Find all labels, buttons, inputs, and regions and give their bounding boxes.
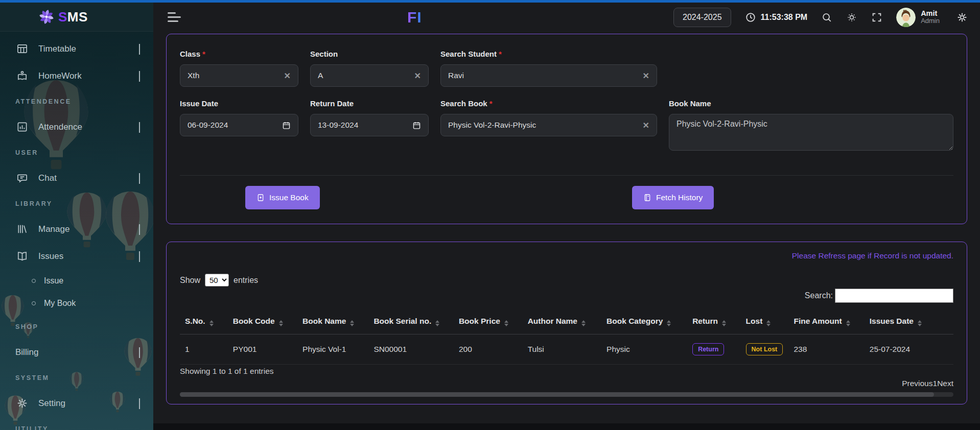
- next-page-button[interactable]: Next: [937, 379, 953, 388]
- menu-toggle-icon[interactable]: [168, 12, 181, 22]
- return-date-input[interactable]: [310, 114, 429, 136]
- calendar-icon[interactable]: [412, 121, 421, 130]
- issue-book-button[interactable]: Issue Book: [245, 186, 320, 209]
- sort-icon: [209, 320, 214, 326]
- sidebar-item-attendence[interactable]: Attendence: [0, 113, 153, 140]
- return-date-input-field[interactable]: [318, 121, 408, 130]
- brightness-icon[interactable]: [846, 12, 857, 23]
- cell-book-code: PY001: [228, 335, 297, 365]
- book-name-textarea[interactable]: Physic Vol-2-Ravi-Physic: [669, 114, 953, 151]
- avatar: [896, 8, 916, 27]
- search-book-label: Search Book*: [440, 99, 657, 108]
- settings-gear-icon[interactable]: [956, 12, 968, 23]
- sidebar-item-setting[interactable]: Setting: [0, 390, 153, 417]
- library-shelf-icon: [15, 223, 29, 235]
- sidebar-item-label: Manage: [38, 224, 69, 234]
- col-issues-date[interactable]: Issues Date: [865, 309, 953, 335]
- section-input-field[interactable]: [318, 71, 410, 80]
- cell-fine: 238: [788, 335, 864, 365]
- user-name: Amit: [921, 9, 940, 18]
- sidebar-item-label: Setting: [38, 398, 65, 409]
- fullscreen-icon[interactable]: [871, 12, 882, 23]
- clear-icon[interactable]: ✕: [284, 71, 291, 81]
- clear-icon[interactable]: ✕: [414, 71, 421, 81]
- chevron-right-icon: [139, 173, 140, 183]
- class-input-field[interactable]: [188, 71, 280, 80]
- search-icon[interactable]: [821, 12, 832, 23]
- field-issue-date: Issue Date: [180, 99, 298, 153]
- sidebar-item-chat[interactable]: Chat: [0, 164, 153, 192]
- col-lost[interactable]: Lost: [741, 309, 789, 335]
- sidebar-item-issues[interactable]: Issues: [0, 243, 153, 270]
- col-book-name[interactable]: Book Name: [297, 309, 368, 335]
- grid-icon: [15, 43, 29, 55]
- required-asterisk: *: [499, 50, 502, 58]
- col-fine-amount[interactable]: Fine Amount: [788, 309, 864, 335]
- session-year-selector[interactable]: 2024-2025: [673, 8, 731, 27]
- table-header-row: S.No. Book Code Book Name Book Serial no…: [180, 309, 953, 335]
- sidebar-item-billing[interactable]: Billing: [0, 339, 153, 366]
- page-title: FI: [407, 9, 422, 26]
- user-profile[interactable]: Amit Admin: [896, 8, 940, 27]
- entries-summary: Showing 1 to 1 of 1 entries: [180, 367, 953, 376]
- chevron-right-icon: [139, 224, 140, 234]
- sort-icon: [846, 320, 850, 326]
- col-return[interactable]: Return: [687, 309, 740, 335]
- issue-history-panel: Please Refress page if Record is not upd…: [166, 242, 967, 404]
- cell-return: Return: [687, 335, 740, 365]
- issue-date-input-field[interactable]: [188, 121, 278, 130]
- sort-icon: [279, 320, 283, 326]
- issue-book-form-panel: Class* ✕ Section ✕: [166, 34, 967, 224]
- sidebar-subitem-issue[interactable]: Issue: [0, 270, 153, 292]
- sidebar-item-manage[interactable]: Manage: [0, 216, 153, 243]
- sidebar-item-homework[interactable]: HomeWork: [0, 62, 153, 89]
- sidebar-item-label: Chat: [38, 173, 57, 183]
- sidebar-menu: Timetable HomeWork ATTENDENCE: [0, 32, 153, 430]
- chat-bubble-icon: [15, 172, 29, 184]
- search-student-input[interactable]: ✕: [440, 64, 657, 87]
- current-time: 11:53:38 PM: [761, 13, 808, 22]
- col-book-category[interactable]: Book Category: [601, 309, 687, 335]
- sort-icon: [435, 320, 439, 326]
- sidebar-subitem-my-book[interactable]: My Book: [0, 292, 153, 315]
- col-sno[interactable]: S.No.: [180, 309, 228, 335]
- sidebar-item-label: Timetable: [38, 44, 76, 54]
- clear-icon[interactable]: ✕: [643, 71, 649, 81]
- field-search-book: Search Book* ✕: [440, 99, 657, 153]
- search-student-input-field[interactable]: [448, 71, 639, 80]
- sort-icon: [766, 320, 771, 326]
- chevron-right-icon: [139, 44, 140, 54]
- current-page-number[interactable]: 1: [933, 379, 938, 388]
- bar-chart-icon: [15, 121, 29, 133]
- book-reader-icon: [15, 70, 29, 82]
- not-lost-badge[interactable]: Not Lost: [746, 343, 783, 355]
- sidebar-subitem-label: My Book: [44, 299, 76, 308]
- sidebar-section-shop: SHOP: [0, 315, 153, 339]
- calendar-icon[interactable]: [282, 121, 291, 130]
- sidebar-section-system: SYSTEM: [0, 366, 153, 390]
- search-book-input[interactable]: ✕: [440, 114, 657, 136]
- class-input[interactable]: ✕: [180, 64, 298, 87]
- table-search-input[interactable]: [835, 289, 953, 303]
- col-book-serial[interactable]: Book Serial no.: [368, 309, 454, 335]
- previous-page-button[interactable]: Previous: [902, 379, 932, 388]
- sidebar-section-attendence: ATTENDENCE: [0, 89, 153, 113]
- horizontal-scrollbar-thumb[interactable]: [180, 392, 934, 397]
- brand-logo[interactable]: SMS: [0, 3, 153, 32]
- sort-icon: [722, 320, 726, 326]
- col-book-code[interactable]: Book Code: [228, 309, 297, 335]
- fetch-history-button[interactable]: Fetch History: [632, 186, 714, 209]
- page-size-select[interactable]: 50: [205, 274, 229, 286]
- table-search-control: Search:: [180, 289, 953, 303]
- return-badge[interactable]: Return: [692, 343, 724, 355]
- col-book-price[interactable]: Book Price: [454, 309, 523, 335]
- search-book-input-field[interactable]: [448, 121, 639, 130]
- col-author-name[interactable]: Author Name: [523, 309, 601, 335]
- issue-date-input[interactable]: [180, 114, 298, 136]
- field-section: Section ✕: [310, 50, 429, 87]
- form-actions-row: Issue Book Fetch History: [180, 175, 953, 209]
- section-input[interactable]: ✕: [310, 64, 429, 87]
- horizontal-scrollbar-track[interactable]: [180, 392, 953, 397]
- clear-icon[interactable]: ✕: [643, 121, 649, 130]
- sidebar-item-timetable[interactable]: Timetable: [0, 35, 153, 62]
